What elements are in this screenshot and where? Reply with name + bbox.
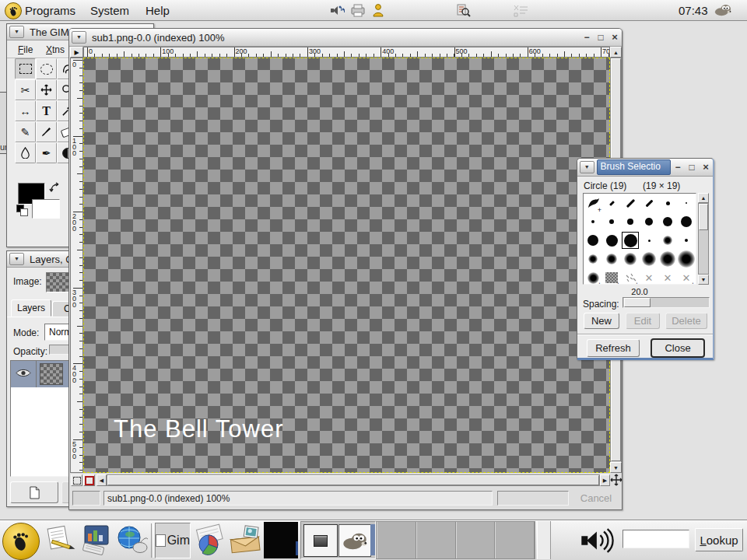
spacing-slider-thumb[interactable]: [624, 298, 651, 307]
scroll-right-icon[interactable]: ▶: [600, 474, 610, 486]
brush-fuzzy-21[interactable]: [640, 250, 658, 268]
brush-x-28[interactable]: ✕: [658, 268, 677, 285]
brush-fuzzy-22[interactable]: [658, 250, 677, 268]
tab-layers[interactable]: Layers: [11, 299, 51, 317]
brush-dot-17[interactable]: [677, 231, 696, 250]
background-color-swatch[interactable]: [32, 199, 60, 219]
brush-bird-0[interactable]: +: [584, 194, 602, 212]
brush-slash-3[interactable]: [640, 194, 658, 212]
window-shade-icon[interactable]: ▼: [9, 253, 24, 265]
window-shade-icon[interactable]: ▼: [9, 26, 24, 38]
desk-guide-active-desktop[interactable]: [338, 524, 371, 557]
web-browser-launcher[interactable]: [114, 523, 149, 557]
tool-flip[interactable]: ↔: [15, 100, 36, 121]
gnome-foot-icon[interactable]: [5, 2, 22, 19]
tool-ink[interactable]: ✒: [36, 142, 57, 163]
quickmask-off-button[interactable]: [71, 474, 82, 486]
tool-paintbrush[interactable]: [36, 121, 57, 142]
pager-cell[interactable]: [456, 522, 496, 558]
desk-guide-task-window[interactable]: [303, 524, 338, 557]
image-menu-thumbnail[interactable]: [46, 272, 71, 292]
brush-dot-11[interactable]: [677, 212, 696, 231]
sound-icon[interactable]: [330, 3, 345, 20]
brush-dot-12[interactable]: [584, 231, 602, 250]
scroll-up-icon[interactable]: ▲: [698, 193, 709, 203]
brush-dot-9[interactable]: [640, 212, 658, 231]
tool-move[interactable]: [36, 79, 57, 100]
canvas-viewport[interactable]: The Bell Tower: [83, 58, 610, 473]
tool-text[interactable]: T: [36, 100, 57, 121]
brush-fuzzy-18[interactable]: [584, 250, 602, 268]
new-button[interactable]: New: [584, 313, 619, 329]
minimize-icon[interactable]: −: [671, 161, 685, 173]
default-colors-icon[interactable]: [16, 205, 27, 215]
pager-cell[interactable]: [416, 522, 456, 558]
brush-fuzzy-19[interactable]: [602, 250, 621, 268]
brush-dot-5[interactable]: [677, 194, 696, 212]
cancel-button[interactable]: Cancel: [573, 489, 619, 506]
image-menu-button[interactable]: ▶: [70, 47, 83, 58]
brush-texture-25[interactable]: +: [602, 268, 621, 285]
lookup-button[interactable]: Lookup: [695, 528, 743, 551]
window-shade-icon[interactable]: ▼: [580, 161, 594, 173]
close-icon[interactable]: ×: [699, 161, 713, 173]
brush-fuzzy-23[interactable]: [677, 250, 696, 268]
brush-scatter-26[interactable]: +: [621, 268, 640, 285]
menu-xtns[interactable]: Xtns: [46, 44, 65, 55]
delete-button[interactable]: Delete: [665, 313, 707, 329]
minimize-icon[interactable]: −: [580, 31, 594, 44]
tool-pencil[interactable]: ✎: [15, 121, 36, 142]
charting-launcher[interactable]: [192, 523, 226, 557]
brush-fuzzy-16[interactable]: [658, 231, 677, 250]
volume-icon[interactable]: [580, 525, 615, 559]
brush-x-27[interactable]: ✕: [640, 268, 658, 285]
edit-button[interactable]: Edit: [626, 313, 660, 329]
window-shade-icon[interactable]: ▼: [72, 31, 86, 44]
brush-dialog-titlebar[interactable]: ▼ Brush Selectio − □ ×: [577, 159, 713, 177]
brush-dot-10[interactable]: [658, 212, 677, 231]
taskbar-gimp-button[interactable]: Gim: [155, 523, 191, 558]
printer-icon[interactable]: [350, 3, 366, 20]
menu-programs[interactable]: Programs: [25, 4, 75, 17]
pager-cell[interactable]: [377, 522, 416, 558]
word-processor-launcher[interactable]: [43, 523, 77, 557]
maximize-icon[interactable]: □: [685, 161, 699, 173]
brush-dot-4[interactable]: [658, 194, 677, 212]
brush-dot-13[interactable]: [602, 231, 621, 250]
menu-file[interactable]: File: [18, 44, 33, 55]
lookup-input[interactable]: [622, 530, 689, 548]
presentation-launcher[interactable]: [79, 523, 113, 557]
brush-dot-6[interactable]: [584, 212, 602, 231]
scroll-down-icon[interactable]: ▼: [698, 275, 709, 285]
new-layer-button[interactable]: [10, 481, 58, 503]
tool-scissors[interactable]: ✂: [15, 79, 36, 100]
close-button[interactable]: Close: [651, 338, 705, 358]
image-titlebar[interactable]: ▼ sub1.png-0.0 (indexed) 100% − □ ×: [69, 29, 622, 47]
user-icon[interactable]: [372, 3, 384, 21]
tool-ellipse-select[interactable]: [36, 58, 57, 79]
search-icon[interactable]: [455, 3, 471, 21]
main-menu-button[interactable]: [2, 523, 40, 560]
black-window-item[interactable]: [264, 522, 298, 558]
brush-fuzzy-24[interactable]: +: [584, 268, 602, 285]
mail-launcher[interactable]: [228, 523, 262, 557]
pan-icon[interactable]: [610, 474, 622, 486]
eye-icon[interactable]: [16, 367, 31, 381]
brush-scrollbar-thumb[interactable]: [699, 204, 708, 230]
brush-dot-8[interactable]: [621, 212, 640, 231]
refresh-button[interactable]: Refresh: [587, 339, 640, 357]
horizontal-scrollbar-thumb[interactable]: [107, 475, 599, 485]
canvas[interactable]: The Bell Tower: [83, 58, 610, 473]
scroll-left-icon[interactable]: ◀: [96, 474, 107, 486]
brush-dot-15[interactable]: [640, 231, 658, 250]
brush-slash-1[interactable]: [602, 194, 621, 212]
brush-slash-2[interactable]: [621, 194, 640, 212]
quickmask-on-button[interactable]: [83, 474, 95, 486]
menu-help[interactable]: Help: [146, 4, 170, 17]
scroll-down-icon[interactable]: ▼: [610, 462, 622, 473]
brush-dot-14[interactable]: [621, 231, 640, 250]
tool-blur[interactable]: [15, 142, 36, 163]
brush-fuzzy-20[interactable]: [621, 250, 640, 268]
menu-system[interactable]: System: [90, 4, 129, 17]
scroll-up-icon[interactable]: ▲: [610, 47, 622, 58]
